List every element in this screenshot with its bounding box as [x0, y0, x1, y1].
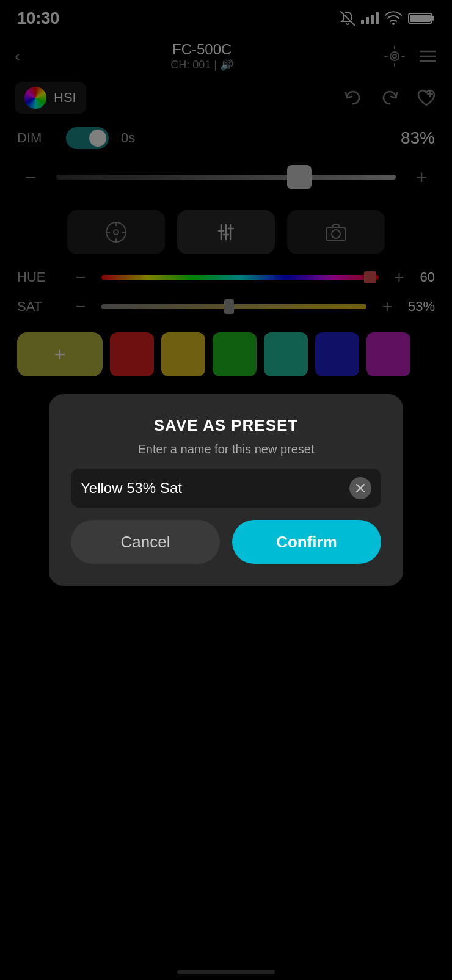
modal-subtitle: Enter a name for this new preset: [137, 442, 314, 456]
clear-input-button[interactable]: [349, 477, 371, 499]
cancel-button[interactable]: Cancel: [71, 520, 220, 564]
modal-overlay: SAVE AS PRESET Enter a name for this new…: [0, 0, 452, 980]
modal-title: SAVE AS PRESET: [154, 416, 299, 435]
save-preset-modal: SAVE AS PRESET Enter a name for this new…: [49, 394, 403, 586]
modal-buttons: Cancel Confirm: [71, 520, 381, 564]
clear-icon: [355, 483, 365, 493]
preset-name-input[interactable]: [81, 480, 349, 497]
confirm-button[interactable]: Confirm: [232, 520, 381, 564]
modal-input-row: [71, 469, 381, 508]
